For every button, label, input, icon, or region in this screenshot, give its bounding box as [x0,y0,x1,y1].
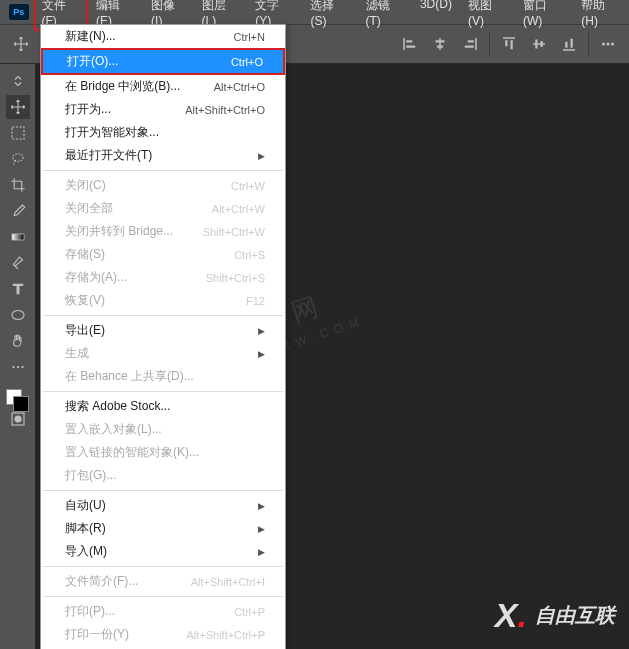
svg-rect-16 [565,42,567,48]
menu-entry: 恢复(V)F12 [41,289,285,312]
menu-entry-label: 打开为... [65,101,111,118]
ellipse-tool[interactable] [6,303,30,327]
menu-entry[interactable]: 导出(E)▶ [41,319,285,342]
pen-tool[interactable] [6,251,30,275]
submenu-arrow-icon: ▶ [258,151,265,161]
menu-separator [43,391,283,392]
type-tool[interactable] [6,277,30,301]
menu-entry[interactable]: 搜索 Adobe Stock... [41,395,285,418]
svg-rect-6 [475,38,477,50]
menu-shortcut: Ctrl+W [231,180,265,192]
menu-separator [43,315,283,316]
gradient-tool[interactable] [6,225,30,249]
tool-sidebar [0,64,36,649]
submenu-arrow-icon: ▶ [258,524,265,534]
menu-separator [43,170,283,171]
menu-item[interactable]: 3D(D) [412,0,460,31]
submenu-arrow-icon: ▶ [258,547,265,557]
menu-entry-label: 关闭全部 [65,200,113,217]
menu-item[interactable]: 窗口(W) [515,0,573,31]
align-middle-icon[interactable] [528,33,550,55]
brush-tool[interactable] [6,199,30,223]
menu-item[interactable]: 视图(V) [460,0,515,31]
align-bottom-icon[interactable] [558,33,580,55]
menu-entry: 置入链接的智能对象(K)... [41,441,285,464]
svg-rect-9 [503,37,515,39]
more-tools-icon[interactable] [6,355,30,379]
svg-rect-10 [505,40,507,46]
menu-shortcut: Ctrl+O [231,56,263,68]
menu-entry: 打印一份(Y)Alt+Shift+Ctrl+P [41,623,285,646]
menu-entry[interactable]: 脚本(R)▶ [41,517,285,540]
menu-entry[interactable]: 导入(M)▶ [41,540,285,563]
align-center-h-icon[interactable] [429,33,451,55]
menu-entry[interactable]: 最近打开文件(T)▶ [41,144,285,167]
svg-point-22 [12,154,23,162]
menu-entry-label: 存储为(A)... [65,269,127,286]
menu-entry[interactable]: 新建(N)...Ctrl+N [41,25,285,48]
menu-entry-label: 新建(N)... [65,28,116,45]
menu-entry-label: 置入嵌入对象(L)... [65,421,162,438]
menu-entry: 关闭并转到 Bridge...Shift+Ctrl+W [41,220,285,243]
menu-shortcut: Shift+Ctrl+S [206,272,265,284]
menu-item[interactable]: 滤镜(T) [358,0,412,31]
hand-tool[interactable] [6,329,30,353]
menu-entry-label: 恢复(V) [65,292,105,309]
menu-separator [43,596,283,597]
menu-entry-label: 打印一份(Y) [65,626,129,643]
menu-item[interactable]: 选择(S) [302,0,357,31]
menu-item[interactable]: 帮助(H) [573,0,629,31]
svg-rect-13 [535,40,537,49]
submenu-arrow-icon: ▶ [258,326,265,336]
align-top-icon[interactable] [498,33,520,55]
quick-mask-icon[interactable] [6,407,30,431]
menu-entry[interactable]: 打开为...Alt+Shift+Ctrl+O [41,98,285,121]
menu-entry: 置入嵌入对象(L)... [41,418,285,441]
align-right-icon[interactable] [459,33,481,55]
svg-rect-8 [465,46,474,48]
menubar: Ps 文件(F)编辑(E)图像(I)图层(L)文字(Y)选择(S)滤镜(T)3D… [0,0,629,24]
menu-shortcut: F12 [246,295,265,307]
menu-entry-label: 在 Behance 上共享(D)... [65,368,194,385]
menu-entry-label: 生成 [65,345,89,362]
menu-entry-label: 打开为智能对象... [65,124,159,141]
marquee-tool[interactable] [6,121,30,145]
crop-tool[interactable] [6,173,30,197]
menu-entry: 存储为(A)...Shift+Ctrl+S [41,266,285,289]
move-tool-icon[interactable] [10,33,32,55]
svg-point-18 [602,43,605,46]
svg-point-27 [21,366,23,368]
menu-shortcut: Alt+Shift+Ctrl+I [191,576,265,588]
svg-rect-17 [571,39,573,48]
menu-entry: 在 Behance 上共享(D)... [41,365,285,388]
color-swatches[interactable] [6,381,30,405]
menu-entry: 关闭全部Alt+Ctrl+W [41,197,285,220]
menu-entry[interactable]: 打开为智能对象... [41,121,285,144]
svg-rect-5 [437,46,443,48]
menu-entry-label: 存储(S) [65,246,105,263]
menu-entry: 生成▶ [41,342,285,365]
svg-rect-2 [406,46,415,48]
menu-entry[interactable]: 自动(U)▶ [41,494,285,517]
menu-entry: 关闭(C)Ctrl+W [41,174,285,197]
menu-entry-label: 文件简介(F)... [65,573,138,590]
menu-entry-label: 打印(P)... [65,603,115,620]
menu-entry[interactable]: 打开(O)...Ctrl+O [41,48,285,75]
menu-shortcut: Alt+Ctrl+O [214,81,265,93]
menu-entry: 打印(P)...Ctrl+P [41,600,285,623]
svg-point-26 [16,366,18,368]
expand-icon[interactable] [6,69,30,93]
move-tool[interactable] [6,95,30,119]
menu-entry-label: 自动(U) [65,497,106,514]
menu-entry: 打包(G)... [41,464,285,487]
svg-point-19 [607,43,610,46]
svg-point-24 [12,311,24,320]
menu-entry[interactable]: 在 Bridge 中浏览(B)...Alt+Ctrl+O [41,75,285,98]
more-icon[interactable] [597,33,619,55]
svg-point-29 [15,416,21,422]
menu-shortcut: Ctrl+S [234,249,265,261]
align-left-icon[interactable] [399,33,421,55]
menu-entry: 文件简介(F)...Alt+Shift+Ctrl+I [41,570,285,593]
lasso-tool[interactable] [6,147,30,171]
menu-entry-label: 打包(G)... [65,467,116,484]
